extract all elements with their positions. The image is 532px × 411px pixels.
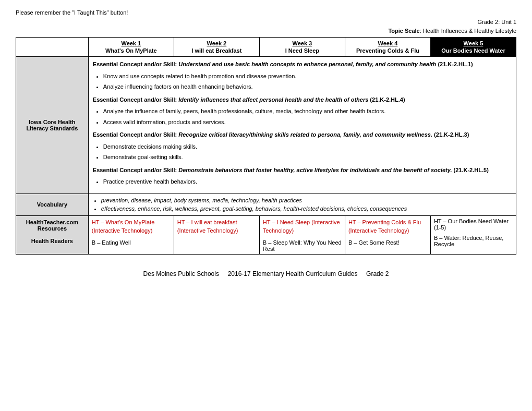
skill2-bullet1: Analyze the influence of family, peers, … (103, 107, 512, 116)
footer: Des Moines Public Schools 2016-17 Elemen… (16, 270, 516, 277)
standards-row: Iowa Core Health Literacy Standards Esse… (16, 57, 516, 194)
skill4-bullet1: Practice preventive health behaviors. (103, 177, 512, 186)
week1-label: Week 1 (121, 40, 141, 46)
topic-scale-label: Topic Scale (388, 28, 419, 34)
week2-ht-link: HT – I will eat breakfast (Interactive T… (177, 218, 256, 235)
week4-sub: Preventing Colds & Flu (347, 47, 428, 54)
vocab-line2: effectiveness, enhance, risk, wellness, … (101, 204, 512, 213)
skill3-bullet2: Demonstrate goal-setting skills. (103, 153, 512, 162)
skill4-code: (21.K-2.HL.5) (452, 167, 489, 173)
header-week5: Week 5 Our Bodies Need Water (430, 38, 516, 57)
week5-sub: Our Bodies Need Water (433, 47, 514, 54)
week1-reader: B – Eating Well (92, 239, 171, 246)
table-header-row: Week 1 What's On MyPlate Week 2 I will e… (16, 38, 516, 57)
skill2-bullet2: Access valid information, products and s… (103, 118, 512, 127)
ht-resources-label: HealthTeacher.com Resources (26, 219, 78, 232)
resources-week1: HT – What's On MyPlate (Interactive Tech… (88, 215, 174, 254)
skill1-italic: Understand and use basic health concepts… (178, 61, 436, 67)
top-note: Please remember the "I Taught This" butt… (16, 9, 516, 16)
vocab-line1: prevention, disease, impact, body system… (101, 196, 512, 205)
vocabulary-list: prevention, disease, impact, body system… (101, 196, 512, 213)
skill3-prefix: Essential Concept and/or Skill: (93, 131, 178, 138)
skill1-code: (21.K-2.HL.1) (436, 61, 473, 67)
standards-content: Essential Concept and/or Skill: Understa… (88, 57, 516, 194)
header-week3: Week 3 I Need Sleep (259, 38, 345, 57)
skill1-bullets: Know and use concepts related to health … (103, 72, 512, 91)
week4-reader: B – Get Some Rest! (348, 239, 427, 246)
resources-row-label: HealthTeacher.com Resources Health Reade… (16, 215, 89, 254)
skill2-prefix: Essential Concept and/or Skill: (93, 96, 178, 103)
skill1-prefix: Essential Concept and/or Skill: (93, 61, 178, 67)
header-week4: Week 4 Preventing Colds & Flu (345, 38, 430, 57)
grade-info: Grade 2: Unit 1 Topic Scale: Health Infl… (16, 18, 516, 35)
vocabulary-row: Vocabulary prevention, disease, impact, … (16, 194, 516, 215)
health-readers-label: Health Readers (31, 238, 73, 244)
footer-grade: Grade 2 (366, 270, 389, 277)
skill2-italic: Identify influences that affect personal… (178, 96, 368, 103)
week5-label: Week 5 (464, 40, 483, 46)
skill3-code: (21.K-2.HL.3) (432, 131, 469, 138)
skill3-bullet1: Demonstrate decisions making skills. (103, 142, 512, 151)
resources-week3: HT – I Need Sleep (Interactive Technolog… (259, 215, 345, 254)
skill1-text: Essential Concept and/or Skill: Understa… (93, 60, 512, 69)
week2-label: Week 2 (207, 40, 226, 46)
header-week1: Week 1 What's On MyPlate (88, 38, 174, 57)
week3-reader: B – Sleep Well: Why You Need Rest (263, 239, 342, 252)
header-week2: Week 2 I will eat Breakfast (174, 38, 259, 57)
week1-sub: What's On MyPlate (91, 47, 172, 54)
skill2-text: Essential Concept and/or Skill: Identify… (93, 95, 512, 104)
skill3-text: Essential Concept and/or Skill: Recogniz… (93, 130, 512, 139)
skill1-bullet2: Analyze influencing factors on health en… (103, 82, 512, 91)
vocabulary-content: prevention, disease, impact, body system… (88, 194, 516, 215)
skill1-bullet1: Know and use concepts related to health … (103, 72, 512, 81)
standards-row-label: Iowa Core Health Literacy Standards (16, 57, 89, 194)
week1-ht-link: HT – What's On MyPlate (Interactive Tech… (92, 218, 171, 235)
vocabulary-row-label: Vocabulary (16, 194, 89, 215)
resources-week4: HT – Preventing Colds & Flu (Interactive… (345, 215, 430, 254)
header-empty (16, 38, 89, 57)
skill4-text: Essential Concept and/or Skill: Demonstr… (93, 166, 512, 175)
skill4-italic: Demonstrate behaviors that foster health… (178, 167, 452, 173)
week5-ht-link: HT – Our Bodies Need Water (1-5) (434, 218, 513, 231)
week5-reader: B – Water: Reduce, Reuse, Recycle (434, 235, 513, 247)
week4-label: Week 4 (378, 40, 398, 46)
resources-row: HealthTeacher.com Resources Health Reade… (16, 215, 516, 254)
week3-ht-link: HT – I Need Sleep (Interactive Technolog… (263, 218, 342, 235)
week3-sub: I Need Sleep (262, 47, 343, 54)
week3-label: Week 3 (293, 40, 312, 46)
week2-sub: I will eat Breakfast (176, 47, 257, 54)
resources-week5: HT – Our Bodies Need Water (1-5) B – Wat… (430, 215, 516, 254)
grade-text: Grade 2: Unit 1 (477, 19, 516, 25)
skill4-prefix: Essential Concept and/or Skill: (93, 167, 178, 173)
skill3-italic: Recognize critical literacy/thinking ski… (178, 131, 432, 138)
week4-ht-link: HT – Preventing Colds & Flu (Interactive… (348, 218, 427, 235)
skill2-code: (21.K-2.HL.4) (368, 96, 405, 103)
footer-school: Des Moines Public Schools (143, 270, 219, 277)
skill4-bullets: Practice preventive health behaviors. (103, 177, 512, 186)
resources-week2: HT – I will eat breakfast (Interactive T… (174, 215, 259, 254)
skill2-bullets: Analyze the influence of family, peers, … (103, 107, 512, 126)
skill3-bullets: Demonstrate decisions making skills. Dem… (103, 142, 512, 162)
footer-year: 2016-17 Elementary Health Curriculum Gui… (228, 270, 358, 277)
topic-scale-value: Health Influences & Healthy Lifestyle (423, 28, 516, 34)
